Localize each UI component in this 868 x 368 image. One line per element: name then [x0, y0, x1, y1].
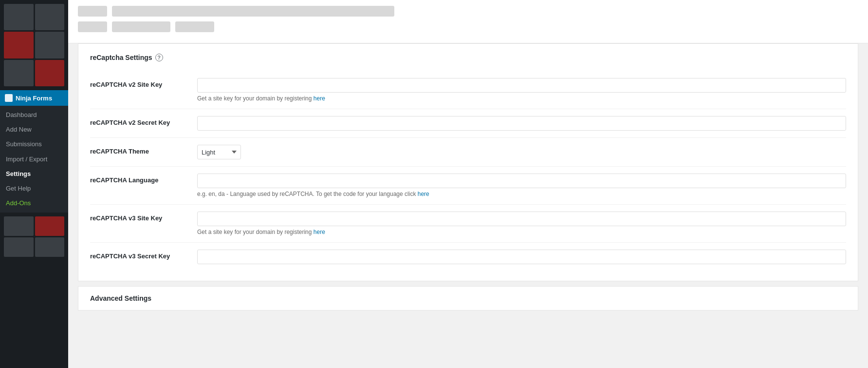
skeleton-box-5 [175, 21, 214, 32]
sidebar-item-submissions[interactable]: Submissions [0, 137, 68, 152]
v3-site-key-label: reCAPTCHA v3 Site Key [90, 212, 197, 222]
recaptcha-settings-section: reCaptcha Settings ? reCAPTCHA v2 Site K… [78, 43, 858, 281]
language-input[interactable] [197, 174, 846, 188]
v3-secret-key-field [197, 250, 846, 264]
sidebar: Ninja Forms Dashboard Add New Submission… [0, 0, 68, 368]
advanced-settings-title: Advanced Settings [90, 294, 846, 302]
v3-site-key-hint: Get a site key for your domain by regist… [197, 229, 846, 235]
recaptcha-section-title: reCaptcha Settings ? [90, 54, 846, 61]
sidebar-item-import-export[interactable]: Import / Export [0, 152, 68, 167]
skeleton-box-4 [112, 21, 170, 32]
v2-site-key-hint-link[interactable]: here [314, 95, 325, 102]
mosaic-cell-5 [4, 60, 34, 86]
sidebar-item-dashboard[interactable]: Dashboard [0, 108, 68, 122]
v2-site-key-field: Get a site key for your domain by regist… [197, 78, 846, 102]
v2-site-key-hint: Get a site key for your domain by regist… [197, 95, 846, 102]
skeleton-box-3 [78, 21, 107, 32]
skeleton-box-2 [112, 6, 394, 17]
language-field: e.g. en, da - Language used by reCAPTCHA… [197, 174, 846, 197]
v2-site-key-input[interactable] [197, 78, 846, 93]
sidebar-item-settings[interactable]: Settings [0, 167, 68, 181]
v3-secret-key-input[interactable] [197, 250, 846, 264]
v2-site-key-label: reCAPTCHA v2 Site Key [90, 78, 197, 88]
sidebar-item-add-new[interactable]: Add New [0, 122, 68, 137]
ninja-forms-menu-item[interactable]: Ninja Forms [0, 90, 68, 106]
sidebar-top-decoration [0, 0, 68, 90]
language-row: reCAPTCHA Language e.g. en, da - Languag… [90, 167, 846, 205]
mosaic-cell-2 [35, 4, 65, 30]
skeleton-box-1 [78, 6, 107, 17]
advanced-settings-section: Advanced Settings [78, 286, 858, 310]
sidebar-nav: Dashboard Add New Submissions Import / E… [0, 106, 68, 213]
sidebar-item-get-help[interactable]: Get Help [0, 181, 68, 196]
language-hint-link[interactable]: here [418, 191, 429, 197]
theme-row: reCAPTCHA Theme Light Dark [90, 138, 846, 167]
v2-site-key-row: reCAPTCHA v2 Site Key Get a site key for… [90, 71, 846, 109]
mosaic-bottom-3 [4, 237, 34, 257]
mosaic-cell-1 [4, 4, 34, 30]
mosaic-bottom-1 [4, 216, 34, 236]
language-label: reCAPTCHA Language [90, 174, 197, 184]
theme-select[interactable]: Light Dark [197, 145, 241, 159]
main-content: reCaptcha Settings ? reCAPTCHA v2 Site K… [68, 0, 868, 368]
mosaic-bottom-2 [35, 216, 65, 236]
theme-field: Light Dark [197, 145, 846, 159]
sidebar-bottom-decoration [0, 213, 68, 368]
ninja-forms-label: Ninja Forms [16, 95, 52, 102]
ninja-forms-icon [5, 94, 13, 102]
v2-secret-key-row: reCAPTCHA v2 Secret Key [90, 109, 846, 138]
v2-secret-key-input[interactable] [197, 116, 846, 131]
v3-secret-key-label: reCAPTCHA v3 Secret Key [90, 250, 197, 260]
v2-secret-key-label: reCAPTCHA v2 Secret Key [90, 116, 197, 126]
top-skeleton-area [68, 0, 868, 43]
language-hint: e.g. en, da - Language used by reCAPTCHA… [197, 191, 846, 197]
v2-secret-key-field [197, 116, 846, 131]
mosaic-cell-6 [35, 60, 65, 86]
mosaic-cell-3 [4, 32, 34, 58]
v3-site-key-field: Get a site key for your domain by regist… [197, 212, 846, 235]
mosaic-bottom-4 [35, 237, 65, 257]
theme-label: reCAPTCHA Theme [90, 145, 197, 155]
v3-site-key-row: reCAPTCHA v3 Site Key Get a site key for… [90, 205, 846, 243]
help-icon[interactable]: ? [155, 54, 163, 61]
mosaic-cell-4 [35, 32, 65, 58]
v3-secret-key-row: reCAPTCHA v3 Secret Key [90, 243, 846, 271]
v3-site-key-hint-link[interactable]: here [314, 229, 325, 235]
v3-site-key-input[interactable] [197, 212, 846, 226]
sidebar-item-add-ons[interactable]: Add-Ons [0, 196, 68, 211]
